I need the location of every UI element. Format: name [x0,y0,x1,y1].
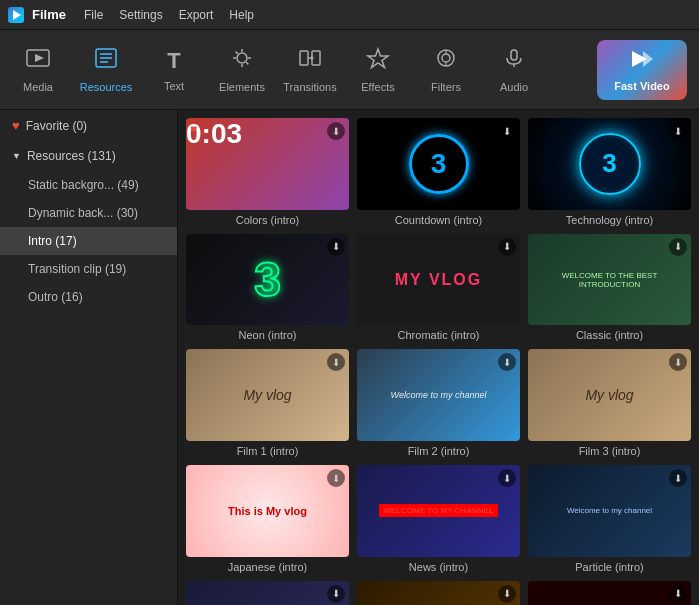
download-icon[interactable]: ⬇ [498,238,516,256]
list-item[interactable]: MY VLOG ⬇ Chromatic (intro) [357,234,520,342]
list-item[interactable]: WELCOME TO THE BEST INTRODUCTION ⬇ Class… [528,234,691,342]
download-icon[interactable]: ⬇ [498,122,516,140]
download-icon[interactable]: ⬇ [327,469,345,487]
elements-label: Elements [219,81,265,93]
thumbnail-row4c: My VIDEO ⬇ [528,581,691,605]
toolbar-filters[interactable]: Filters [412,32,480,108]
list-item[interactable]: My vlog ⬇ Film 3 (intro) [528,349,691,457]
thumbnail-film1: My vlog ⬇ [186,349,349,441]
sidebar-item-dynamic-bg[interactable]: Dynamic back... (30) [0,199,177,227]
svg-rect-14 [300,51,308,65]
sidebar-item-outro[interactable]: Outro (16) [0,283,177,311]
list-item[interactable]: My VIDEO ⬇ [357,581,520,605]
main-area: ♥ Favorite (0) ▼ Resources (131) Static … [0,110,699,605]
content-area: ♥ 0:03 ⬇ Colors (intro) 3 ⬇ Countdown (i… [178,110,699,605]
item-label: News (intro) [357,561,520,573]
text-icon: T [167,48,180,74]
audio-label: Audio [500,81,528,93]
download-icon[interactable]: ⬇ [669,122,687,140]
media-icon [26,47,50,75]
countdown-number: 3 [409,134,469,194]
list-item[interactable]: 3 ⬇ Neon (intro) [186,234,349,342]
item-label: Chromatic (intro) [357,329,520,341]
menu-settings[interactable]: Settings [119,8,162,22]
svg-marker-18 [368,49,388,68]
download-icon[interactable]: ⬇ [669,585,687,603]
toolbar-media[interactable]: Media [4,32,72,108]
item-label: Neon (intro) [186,329,349,341]
list-item[interactable]: This is My vlog ⬇ Japanese (intro) [186,465,349,573]
svg-point-7 [237,53,247,63]
download-icon[interactable]: ⬇ [669,469,687,487]
thumbnail-film2: Welcome to my channel ⬇ [357,349,520,441]
news-text: WELCOME TO MY CHANNEL [379,504,497,517]
transitions-icon [298,47,322,75]
app-name: Filme [32,7,66,22]
menu-export[interactable]: Export [179,8,214,22]
menu-help[interactable]: Help [229,8,254,22]
sidebar-item-intro[interactable]: Intro (17) [0,227,177,255]
list-item[interactable]: Welcome to my channel ⬇ Particle (intro) [528,465,691,573]
list-item[interactable]: My VIDEO ⬇ [528,581,691,605]
item-label: Technology (intro) [528,214,691,226]
japanese-text: This is My vlog [228,504,307,518]
film1-text: My vlog [243,387,291,403]
item-label: Film 1 (intro) [186,445,349,457]
list-item[interactable]: Welcome to my channel ⬇ Film 2 (intro) [357,349,520,457]
thumbnail-news: WELCOME TO MY CHANNEL ⬇ [357,465,520,557]
toolbar-resources[interactable]: Resources [72,32,140,108]
item-label: Film 2 (intro) [357,445,520,457]
classic-text: WELCOME TO THE BEST INTRODUCTION [534,267,685,293]
download-icon[interactable]: ⬇ [327,238,345,256]
toolbar-elements[interactable]: Elements [208,32,276,108]
effects-label: Effects [361,81,394,93]
filters-icon [434,47,458,75]
fast-video-label: Fast Video [614,80,669,92]
media-label: Media [23,81,53,93]
resources-label: Resources [80,81,133,93]
list-item[interactable]: WELCOME TO MY CHANNEL ⬇ News (intro) [357,465,520,573]
list-item[interactable]: 3 ⬇ Technology (intro) [528,118,691,226]
list-item[interactable]: My vlog ⬇ Film 1 (intro) [186,349,349,457]
fast-video-icon [629,48,655,76]
download-icon[interactable]: ⬇ [669,238,687,256]
svg-line-12 [236,51,238,53]
menu-file[interactable]: File [84,8,103,22]
item-label: Colors (intro) [186,214,349,226]
toolbar: Media Resources T Text Elements Transiti… [0,30,699,110]
fast-video-button[interactable]: Fast Video [597,40,687,100]
list-item[interactable]: My vlog ⬇ [186,581,349,605]
sidebar-resources-header[interactable]: ▼ Resources (131) [0,141,177,171]
download-icon[interactable]: ⬇ [498,469,516,487]
list-item[interactable]: ♥ 0:03 ⬇ Colors (intro) [186,118,349,226]
toolbar-transitions[interactable]: Transitions [276,32,344,108]
menu-bar: File Settings Export Help [84,8,254,22]
download-icon[interactable]: ⬇ [327,122,345,140]
download-icon[interactable]: ⬇ [327,585,345,603]
item-label: Countdown (intro) [357,214,520,226]
app-logo [8,7,24,23]
svg-line-13 [246,62,248,64]
thumbnail-particle: Welcome to my channel ⬇ [528,465,691,557]
filters-label: Filters [431,81,461,93]
sidebar-item-transition-clip[interactable]: Transition clip (19) [0,255,177,283]
transitions-label: Transitions [283,81,336,93]
film2-text: Welcome to my channel [387,386,491,404]
list-item[interactable]: 3 ⬇ Countdown (intro) [357,118,520,226]
resources-icon [94,47,118,75]
thumbnail-chromatic: MY VLOG ⬇ [357,234,520,326]
sidebar-favorite[interactable]: ♥ Favorite (0) [0,110,177,141]
svg-marker-2 [35,54,44,62]
particle-text: Welcome to my channel [563,502,656,519]
svg-marker-0 [13,10,21,20]
toolbar-audio[interactable]: Audio [480,32,548,108]
sidebar-item-static-bg[interactable]: Static backgro... (49) [0,171,177,199]
thumbnail-japanese: This is My vlog ⬇ [186,465,349,557]
svg-rect-23 [511,50,517,60]
item-label: Film 3 (intro) [528,445,691,457]
toolbar-text[interactable]: T Text [140,32,208,108]
thumbnail-classic: WELCOME TO THE BEST INTRODUCTION ⬇ [528,234,691,326]
download-icon[interactable]: ⬇ [498,585,516,603]
toolbar-effects[interactable]: Effects [344,32,412,108]
favorite-label: Favorite (0) [26,119,87,133]
